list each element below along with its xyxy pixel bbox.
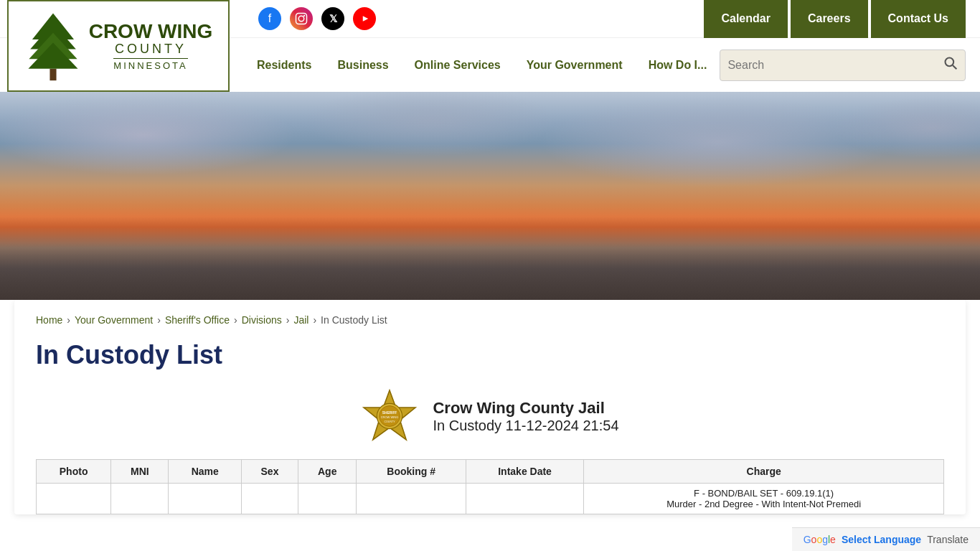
table-row: F - BOND/BAIL SET - 609.19.1(1) Murder -… xyxy=(37,484,944,514)
translate-label: Translate xyxy=(927,534,969,545)
search-input[interactable] xyxy=(727,59,943,72)
col-mni: MNI xyxy=(111,460,169,484)
nav-your-government[interactable]: Your Government xyxy=(514,59,636,72)
content-area: Home › Your Government › Sheriff's Offic… xyxy=(14,300,966,514)
custody-table: Photo MNI Name Sex Age Booking # Intake … xyxy=(36,459,944,514)
header-nav: CROW WING COUNTY MINNESOTA Residents Bus… xyxy=(0,38,980,92)
select-language-button[interactable]: Select Language xyxy=(842,534,921,545)
top-nav-buttons: Calendar Careers Contact Us xyxy=(701,0,966,38)
col-photo: Photo xyxy=(37,460,111,484)
col-name: Name xyxy=(169,460,242,484)
facebook-link[interactable]: f xyxy=(258,7,281,30)
breadcrumb-jail[interactable]: Jail xyxy=(293,314,308,326)
breadcrumb-sep1: › xyxy=(67,314,70,326)
cell-sex xyxy=(242,484,298,514)
jail-info: Crow Wing County Jail In Custody 11-12-2… xyxy=(433,399,618,434)
jail-header: SHERIFF CROW WING COUNTY Crow Wing Count… xyxy=(36,387,944,445)
breadcrumb-your-government[interactable]: Your Government xyxy=(75,314,153,326)
nav-how-do-i[interactable]: How Do I... xyxy=(636,59,720,72)
nav-online-services[interactable]: Online Services xyxy=(402,59,514,72)
main-nav: Residents Business Online Services Your … xyxy=(244,59,720,72)
logo-line2: COUNTY xyxy=(115,42,187,57)
logo-text: CROW WING COUNTY MINNESOTA xyxy=(89,22,213,71)
svg-text:COUNTY: COUNTY xyxy=(385,420,396,423)
svg-rect-4 xyxy=(50,69,56,80)
breadcrumb-home[interactable]: Home xyxy=(36,314,62,326)
search-icon xyxy=(943,56,958,70)
logo-tree-icon xyxy=(24,10,82,82)
logo[interactable]: CROW WING COUNTY MINNESOTA xyxy=(7,0,230,92)
careers-button[interactable]: Careers xyxy=(791,0,868,38)
svg-point-9 xyxy=(946,58,954,67)
col-age: Age xyxy=(298,460,357,484)
svg-rect-0 xyxy=(296,14,307,24)
nav-business[interactable]: Business xyxy=(324,59,401,72)
col-intake-date: Intake Date xyxy=(466,460,583,484)
sheriff-badge-icon: SHERIFF CROW WING COUNTY xyxy=(361,387,418,445)
breadcrumb-current: In Custody List xyxy=(321,314,387,326)
breadcrumb: Home › Your Government › Sheriff's Offic… xyxy=(36,314,944,326)
svg-marker-3 xyxy=(363,16,369,22)
col-charge: Charge xyxy=(584,460,944,484)
contact-button[interactable]: Contact Us xyxy=(871,0,966,38)
logo-line3: MINNESOTA xyxy=(113,58,187,71)
cell-photo xyxy=(37,484,111,514)
col-booking: Booking # xyxy=(357,460,466,484)
cell-intake-date xyxy=(466,484,583,514)
logo-line1: CROW WING xyxy=(89,22,213,42)
calendar-button[interactable]: Calendar xyxy=(704,0,787,38)
breadcrumb-sep4: › xyxy=(286,314,290,326)
svg-point-2 xyxy=(303,15,305,17)
svg-text:CROW WING: CROW WING xyxy=(381,415,399,419)
breadcrumb-divisions[interactable]: Divisions xyxy=(242,314,282,326)
social-icons: f 𝕏 xyxy=(258,7,376,30)
jail-name: Crow Wing County Jail xyxy=(433,399,618,418)
breadcrumb-sheriffs-office[interactable]: Sheriff's Office xyxy=(165,314,230,326)
search-box xyxy=(720,50,966,81)
col-sex: Sex xyxy=(242,460,298,484)
cell-name xyxy=(169,484,242,514)
cell-age xyxy=(298,484,357,514)
hero-clouds xyxy=(0,92,980,235)
page-title: In Custody List xyxy=(36,340,944,370)
breadcrumb-sep3: › xyxy=(234,314,237,326)
x-twitter-link[interactable]: 𝕏 xyxy=(321,7,344,30)
footer-translate-bar: Google Select Language Translate xyxy=(792,527,980,551)
jail-timestamp: In Custody 11-12-2024 21:54 xyxy=(433,418,618,434)
cell-mni xyxy=(111,484,169,514)
nav-residents[interactable]: Residents xyxy=(244,59,324,72)
instagram-link[interactable] xyxy=(290,7,313,30)
search-button[interactable] xyxy=(943,56,958,74)
charge-bond: F - BOND/BAIL SET - 609.19.1(1) xyxy=(591,488,936,499)
svg-text:SHERIFF: SHERIFF xyxy=(382,411,397,415)
youtube-link[interactable] xyxy=(353,7,376,30)
svg-point-1 xyxy=(298,16,304,22)
hero-image xyxy=(0,92,980,300)
table-header-row: Photo MNI Name Sex Age Booking # Intake … xyxy=(37,460,944,484)
svg-line-10 xyxy=(953,65,956,69)
google-logo: Google xyxy=(804,534,836,545)
cell-booking xyxy=(357,484,466,514)
breadcrumb-sep5: › xyxy=(313,314,316,326)
breadcrumb-sep2: › xyxy=(157,314,161,326)
cell-charge: F - BOND/BAIL SET - 609.19.1(1) Murder -… xyxy=(584,484,944,514)
charge-desc: Murder - 2nd Degree - With Intent-Not Pr… xyxy=(591,499,936,509)
